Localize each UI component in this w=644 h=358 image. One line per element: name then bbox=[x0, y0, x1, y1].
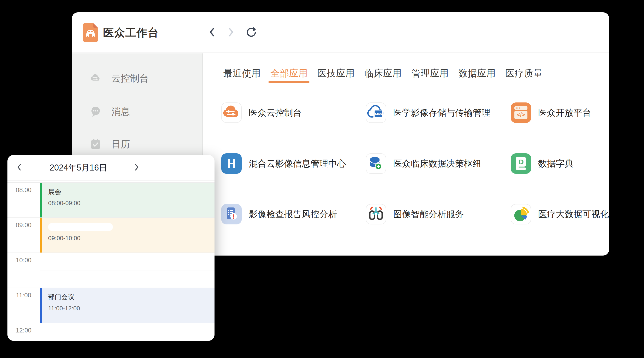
tab-data-apps[interactable]: 数据应用 bbox=[458, 67, 496, 80]
tab-medical-quality[interactable]: 医疗质量 bbox=[505, 67, 542, 80]
app-name: 医疗大数据可视化 bbox=[538, 208, 609, 220]
app-name: 图像智能分析服务 bbox=[393, 208, 464, 220]
cloud-console-icon bbox=[90, 73, 101, 84]
event-time: 09:00-10:00 bbox=[48, 235, 214, 242]
sidebar-item-messages[interactable]: 消息 bbox=[72, 101, 202, 122]
app-clinical-data-hub[interactable]: 医众临床数据决策枢纽 bbox=[366, 153, 482, 174]
event-title-redacted bbox=[48, 223, 113, 231]
app-name: 影像检查报告风控分析 bbox=[249, 208, 337, 220]
chevron-left-icon bbox=[16, 164, 22, 172]
event-title: 晨会 bbox=[48, 188, 214, 196]
tab-clinical-apps[interactable]: 临床应用 bbox=[364, 67, 402, 80]
app-image-storage[interactable]: Mas 医学影像存储与传输管理 bbox=[366, 102, 490, 123]
d-letter: D bbox=[518, 158, 524, 166]
time-label: 08:00 bbox=[8, 186, 40, 194]
mas-badge-text: Mas bbox=[375, 112, 382, 116]
event-redacted[interactable]: 09:00-10:00 bbox=[40, 218, 214, 253]
time-label: 11:00 bbox=[8, 292, 40, 299]
event-time: 08:00-09:00 bbox=[48, 199, 214, 207]
code-glyph: </> bbox=[517, 112, 525, 118]
message-icon bbox=[90, 106, 101, 117]
refresh-button[interactable] bbox=[246, 27, 256, 38]
app-name: 混合云影像信息管理中心 bbox=[249, 158, 346, 170]
calendar-icon bbox=[90, 139, 101, 150]
hybrid-cloud-imaging-icon: H bbox=[221, 153, 242, 174]
pie-chart-icon bbox=[511, 204, 531, 224]
open-platform-icon: </> bbox=[511, 102, 531, 123]
medical-image-storage-icon: Mas bbox=[366, 102, 386, 123]
cloud-console-icon bbox=[221, 102, 242, 123]
event-department-meeting[interactable]: 部门会议 11:00-12:00 bbox=[40, 288, 214, 323]
calendar-date-label: 2024年5月16日 bbox=[28, 155, 128, 180]
app-data-dictionary[interactable]: D 数据字典 bbox=[511, 153, 574, 174]
calendar-popup: 2024年5月16日 08:00 09:00 10:00 11:00 12:00… bbox=[8, 155, 214, 341]
report-risk-analysis-icon bbox=[221, 204, 242, 224]
event-morning-meeting[interactable]: 晨会 08:00-09:00 bbox=[40, 183, 214, 217]
event-title: 部门会议 bbox=[48, 293, 214, 301]
refresh-icon bbox=[246, 27, 256, 38]
app-report-risk-analysis[interactable]: 影像检查报告风控分析 bbox=[221, 204, 337, 224]
calendar-next-button[interactable] bbox=[132, 163, 142, 173]
app-hybrid-cloud-center[interactable]: H 混合云影像信息管理中心 bbox=[221, 153, 346, 174]
time-label: 09:00 bbox=[8, 222, 40, 229]
forward-button[interactable] bbox=[226, 27, 236, 38]
app-name: 医众临床数据决策枢纽 bbox=[393, 158, 482, 170]
tab-management-apps[interactable]: 管理应用 bbox=[411, 67, 448, 80]
app-name: 医学影像存储与传输管理 bbox=[393, 107, 490, 119]
sidebar-item-label: 消息 bbox=[112, 105, 130, 118]
clinical-data-hub-icon bbox=[366, 153, 386, 174]
event-time: 11:00-12:00 bbox=[48, 305, 214, 312]
sidebar-item-cloud-console[interactable]: 云控制台 bbox=[72, 68, 202, 89]
app-open-platform[interactable]: </> 医众开放平台 bbox=[511, 102, 591, 123]
sidebar-item-calendar[interactable]: 日历 bbox=[72, 133, 202, 155]
app-logo-icon bbox=[83, 23, 98, 42]
app-name: 医众云控制台 bbox=[249, 107, 302, 119]
chevron-right-icon bbox=[226, 27, 235, 38]
window-title: 医众工作台 bbox=[103, 12, 159, 53]
app-name: 医众开放平台 bbox=[538, 107, 591, 119]
chevron-right-icon bbox=[134, 164, 140, 172]
data-dictionary-icon: D bbox=[511, 153, 531, 174]
app-category-tabs: 最近使用 全部应用 医技应用 临床应用 管理应用 数据应用 医疗质量 bbox=[223, 65, 542, 81]
app-big-data-visualization[interactable]: 医疗大数据可视化 bbox=[511, 204, 609, 224]
calendar-prev-button[interactable] bbox=[14, 163, 24, 173]
calendar-header: 2024年5月16日 bbox=[8, 155, 214, 180]
lungs-ai-icon bbox=[366, 204, 386, 224]
tab-medtech-apps[interactable]: 医技应用 bbox=[317, 67, 354, 80]
window-header: 医众工作台 bbox=[72, 12, 609, 53]
app-name: 数据字典 bbox=[538, 158, 574, 170]
hour-line bbox=[8, 253, 214, 253]
sidebar-item-label: 日历 bbox=[112, 138, 130, 151]
time-label: 12:00 bbox=[8, 327, 40, 334]
screen: 医众工作台 bbox=[0, 0, 644, 358]
hour-line bbox=[8, 323, 214, 323]
h-letter: H bbox=[227, 157, 236, 170]
half-hour-line bbox=[40, 270, 214, 270]
tab-all-apps[interactable]: 全部应用 bbox=[270, 67, 308, 80]
time-label: 10:00 bbox=[8, 257, 40, 264]
tab-recently-used[interactable]: 最近使用 bbox=[223, 67, 260, 80]
back-button[interactable] bbox=[207, 27, 218, 38]
app-image-ai-service[interactable]: 图像智能分析服务 bbox=[366, 204, 464, 224]
chevron-left-icon bbox=[208, 27, 216, 38]
sidebar-item-label: 云控制台 bbox=[112, 72, 149, 85]
app-cloud-console[interactable]: 医众云控制台 bbox=[221, 102, 302, 123]
